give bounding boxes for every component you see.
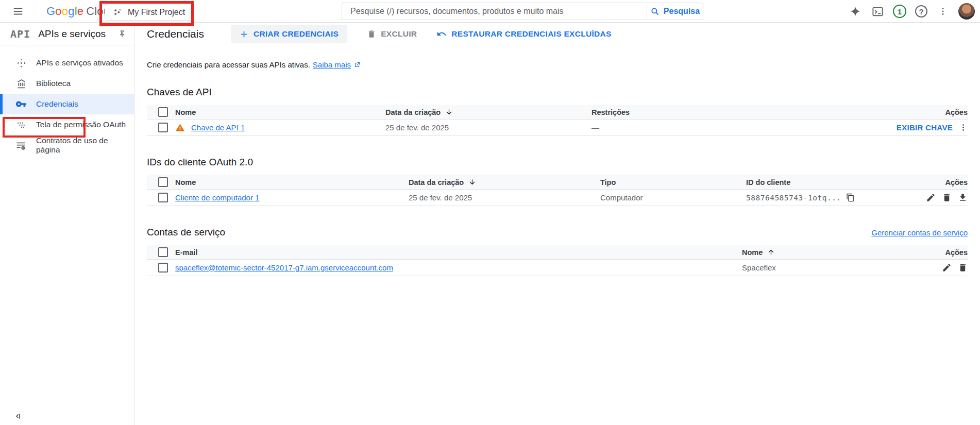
oauth-clients-heading: IDs do cliente OAuth 2.0 — [147, 157, 253, 168]
column-header-name: Nome — [175, 178, 409, 186]
column-header-created[interactable]: Data da criação — [409, 178, 600, 186]
key-icon — [15, 98, 27, 110]
restore-credentials-button[interactable]: RESTAURAR CREDENCIAIS EXCLUÍDAS — [436, 25, 611, 43]
sort-desc-icon — [468, 178, 476, 186]
topbar-actions: 1 ? — [849, 0, 975, 23]
service-account-name: Spaceflex — [742, 263, 876, 272]
search-bar: Pesquisa — [342, 3, 703, 20]
api-keys-heading: Chaves de API — [147, 87, 212, 98]
select-all-checkbox[interactable] — [158, 247, 168, 257]
api-keys-header-row: Nome Data da criação Restrições Ações — [147, 105, 968, 120]
search-button[interactable]: Pesquisa — [647, 3, 703, 20]
manage-service-accounts-link[interactable]: Gerenciar contas de serviço — [871, 228, 968, 237]
delete-button[interactable]: EXCLUIR — [367, 25, 417, 43]
notifications-badge[interactable]: 1 — [893, 5, 906, 18]
api-keys-section: Chaves de API Nome Data da criação Restr… — [147, 87, 968, 136]
table-row: spaceflex@totemic-sector-452017-g7.iam.g… — [147, 260, 968, 276]
column-header-actions: Ações — [876, 248, 968, 257]
oauth-consent-icon — [15, 120, 27, 130]
oauth-clients-section: IDs do cliente OAuth 2.0 Nome Data da cr… — [147, 157, 968, 206]
select-all-checkbox[interactable] — [158, 177, 168, 187]
library-icon — [15, 78, 27, 89]
download-icon[interactable] — [958, 193, 968, 202]
sidebar-header: API APIs e serviços — [0, 23, 134, 45]
avatar[interactable] — [958, 3, 975, 20]
cloud-shell-icon[interactable] — [871, 5, 884, 18]
copy-icon[interactable] — [846, 193, 855, 202]
project-icon — [113, 8, 122, 17]
service-accounts-header-row: E-mail Nome Ações — [147, 245, 968, 260]
column-header-name[interactable]: Nome — [742, 248, 876, 257]
create-credentials-label: CRIAR CREDENCIAIS — [254, 29, 339, 39]
edit-icon[interactable] — [942, 263, 952, 273]
sidebar-item-library[interactable]: Biblioteca — [0, 73, 134, 94]
project-selector[interactable]: My First Project — [105, 4, 193, 21]
gemini-icon[interactable] — [849, 5, 862, 18]
delete-button-label: EXCLUIR — [381, 29, 417, 39]
sort-desc-icon — [445, 108, 453, 116]
table-row: Cliente de computador 1 25 de fev. de 20… — [147, 190, 968, 206]
notification-count: 1 — [898, 7, 902, 16]
delete-row-icon[interactable] — [958, 263, 968, 273]
search-icon — [650, 7, 660, 16]
show-key-link[interactable]: EXIBIR CHAVE — [897, 123, 953, 132]
row-checkbox[interactable] — [158, 193, 168, 202]
sort-asc-icon — [767, 248, 775, 256]
sidebar-item-label: APIs e serviços ativados — [36, 58, 123, 67]
sidebar-item-label: Biblioteca — [36, 79, 71, 88]
sidebar-nav: APIs e serviços ativados Biblioteca Cred… — [0, 45, 134, 156]
oauth-client-link[interactable]: Cliente de computador 1 — [175, 193, 259, 202]
sidebar-item-label: Contratos de uso de página — [36, 136, 134, 155]
sidebar: API APIs e serviços APIs e serviços ativ… — [0, 23, 134, 425]
enabled-apis-icon — [15, 58, 27, 69]
oauth-clients-header-row: Nome Data da criação Tipo ID do cliente … — [147, 175, 968, 190]
help-icon[interactable]: ? — [915, 5, 927, 18]
learn-more-link[interactable]: Saiba mais — [313, 60, 351, 69]
sidebar-item-page-usage[interactable]: Contratos de uso de página — [0, 135, 134, 156]
trash-icon — [367, 29, 376, 39]
row-checkbox[interactable] — [158, 263, 168, 273]
row-more-options-icon[interactable] — [959, 123, 968, 132]
column-header-actions: Ações — [876, 178, 968, 186]
sidebar-item-enabled-apis[interactable]: APIs e serviços ativados — [0, 53, 134, 73]
sidebar-item-oauth-consent[interactable]: Tela de permissão OAuth — [0, 114, 134, 135]
google-cloud-console: Google Cloud My First Project Pesquisa — [0, 0, 980, 425]
more-options-icon[interactable] — [936, 5, 950, 18]
service-accounts-heading: Contas de serviço — [147, 227, 225, 238]
page-toolbar: Credenciais CRIAR CREDENCIAIS EXCLUIR RE… — [134, 24, 980, 44]
select-all-checkbox[interactable] — [158, 107, 168, 117]
service-account-email-link[interactable]: spaceflex@totemic-sector-452017-g7.iam.g… — [175, 263, 393, 272]
create-credentials-button[interactable]: CRIAR CREDENCIAIS — [231, 25, 347, 43]
sidebar-item-credentials[interactable]: Credenciais — [0, 94, 134, 114]
warning-icon — [175, 123, 185, 132]
undo-icon — [436, 29, 447, 39]
edit-icon[interactable] — [926, 193, 936, 202]
api-key-restrictions: — — [592, 123, 804, 132]
topbar: Google Cloud My First Project Pesquisa — [0, 0, 980, 23]
api-key-link[interactable]: Chave de API 1 — [191, 123, 245, 132]
pin-icon[interactable] — [117, 29, 127, 39]
external-link-icon[interactable] — [353, 61, 361, 69]
project-name: My First Project — [128, 8, 185, 17]
service-accounts-table: E-mail Nome Ações spaceflex@totemic-sect… — [147, 245, 968, 276]
intro-sentence: Crie credenciais para acessar suas APIs … — [147, 60, 310, 69]
service-accounts-section: Contas de serviço Gerenciar contas de se… — [147, 227, 968, 276]
intro-text: Crie credenciais para acessar suas APIs … — [147, 60, 968, 69]
menu-icon[interactable] — [11, 5, 25, 18]
api-key-created: 25 de fev. de 2025 — [385, 123, 592, 132]
search-input[interactable] — [342, 3, 647, 20]
table-row: Chave de API 1 25 de fev. de 2025 — EXIB… — [147, 120, 968, 136]
sidebar-item-label: Credenciais — [36, 99, 78, 109]
delete-row-icon[interactable] — [942, 193, 952, 202]
sidebar-item-label: Tela de permissão OAuth — [36, 120, 126, 129]
column-header-name: Nome — [175, 108, 385, 116]
column-header-client-id: ID do cliente — [746, 178, 876, 186]
oauth-client-type: Computador — [600, 193, 746, 202]
collapse-sidebar-icon[interactable] — [13, 412, 23, 421]
sidebar-title: APIs e serviços — [38, 28, 106, 40]
help-glyph: ? — [919, 7, 923, 16]
search-button-label: Pesquisa — [664, 7, 700, 16]
row-checkbox[interactable] — [158, 123, 168, 132]
oauth-client-created: 25 de fev. de 2025 — [409, 193, 600, 202]
column-header-created[interactable]: Data da criação — [385, 108, 592, 116]
